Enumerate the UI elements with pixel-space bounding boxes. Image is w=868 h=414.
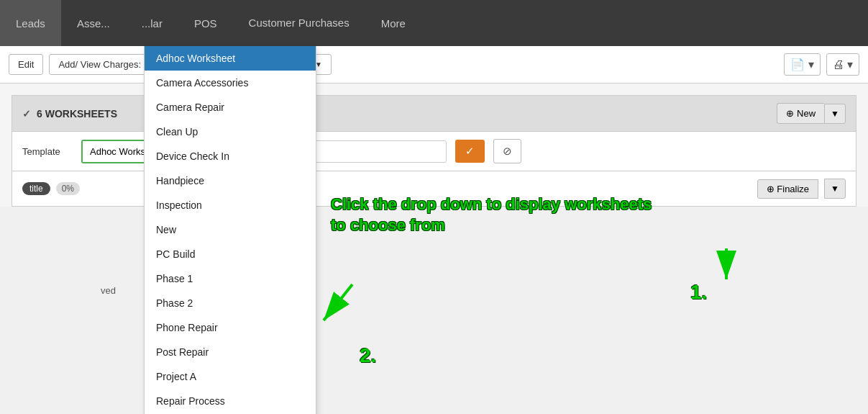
finalize-button[interactable]: ⊕ Finalize	[757, 179, 818, 199]
arrow-1-icon	[309, 281, 367, 338]
new-btn-group: ⊕ New ▼	[777, 103, 846, 124]
print-icon-button[interactable]: 🖨 ▾	[826, 53, 859, 76]
dropdown-item-phase-2[interactable]: Phase 2	[145, 291, 316, 315]
toolbar: Edit Add/ View Charges: $200.00 Make Inv…	[0, 46, 868, 84]
arrow-2-icon	[705, 245, 748, 288]
dropdown-item-pc-build[interactable]: PC Build	[145, 242, 316, 266]
annotation-number-1: 1.	[690, 281, 707, 304]
annotation-number-2: 2.	[360, 344, 376, 367]
document-icon-button[interactable]: 📄 ▾	[784, 53, 820, 76]
nav-leads[interactable]: Leads	[0, 0, 61, 46]
nav-more[interactable]: More	[365, 0, 421, 46]
nav-assets[interactable]: Asse...	[61, 0, 126, 46]
nav-customer-purchases[interactable]: Customer Purchases	[233, 0, 365, 46]
worksheets-count-label: 6 WORKSHEETS	[37, 108, 117, 120]
dropdown-item-project-a[interactable]: Project A	[145, 364, 316, 389]
dropdown-item-clean-up[interactable]: Clean Up	[145, 120, 316, 144]
partial-saved-text: ved	[101, 285, 116, 296]
worksheets-section-header: ✓ 6 WORKSHEETS ⊕ New ▼	[12, 95, 856, 132]
template-label: Template	[22, 146, 73, 157]
content-area: ved ✓ 6 WORKSHEETS ⊕ New ▼ Template Adho…	[0, 84, 868, 207]
nav-calendar[interactable]: ...lar	[126, 0, 178, 46]
dropdown-item-inspection[interactable]: Inspection	[145, 193, 316, 217]
cancel-button[interactable]: ⊘	[493, 139, 521, 163]
confirm-button[interactable]: ✓	[455, 140, 485, 163]
dropdown-item-handpiece[interactable]: Handpiece	[145, 168, 316, 193]
dropdown-item-post-repair[interactable]: Post Repair	[145, 340, 316, 364]
dropdown-item-phase-1[interactable]: Phase 1	[145, 266, 316, 291]
annotation-text-line2: to choose from	[331, 215, 652, 236]
worksheet-input-row: Template Adhoc Worksheet ▾ Title ✓ ⊘	[12, 132, 856, 171]
title-badge: title	[22, 182, 50, 195]
dropdown-item-camera-accessories[interactable]: Camera Accessories	[145, 71, 316, 95]
edit-button[interactable]: Edit	[9, 54, 43, 75]
svg-line-1	[324, 284, 352, 320]
progress-badge: 0%	[56, 182, 80, 195]
dropdown-item-adhoc-worksheet[interactable]: Adhoc Worksheet	[145, 46, 316, 71]
dropdown-item-camera-repair[interactable]: Camera Repair	[145, 95, 316, 120]
dropdown-item-repair-process[interactable]: Repair Process	[145, 389, 316, 413]
section-check-icon: ✓	[22, 108, 31, 120]
worksheet-dropdown-menu: Adhoc Worksheet Camera Accessories Camer…	[144, 46, 316, 414]
bottom-row: title 0% ⊕ Finalize ▼	[12, 171, 856, 207]
dropdown-item-phone-repair[interactable]: Phone Repair	[145, 315, 316, 340]
new-worksheet-caret-button[interactable]: ▼	[824, 104, 846, 124]
new-worksheet-button[interactable]: ⊕ New	[777, 103, 824, 124]
top-nav: Leads Asse... ...lar POS Customer Purcha…	[0, 0, 868, 46]
nav-pos[interactable]: POS	[178, 0, 233, 46]
dropdown-item-device-check-in[interactable]: Device Check In	[145, 144, 316, 168]
dropdown-item-new[interactable]: New	[145, 217, 316, 242]
finalize-caret-button[interactable]: ▼	[824, 179, 846, 199]
